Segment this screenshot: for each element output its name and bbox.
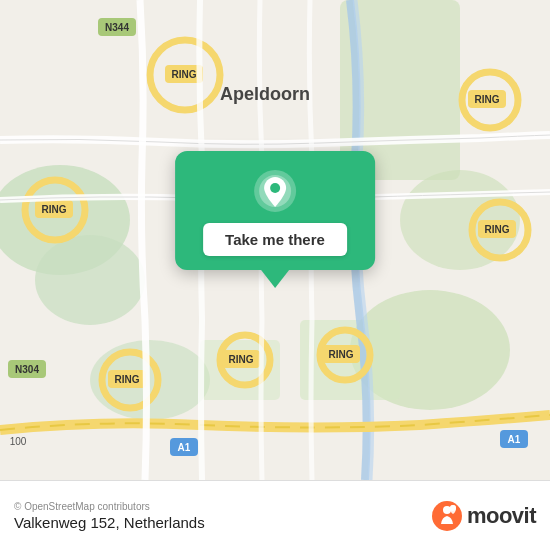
svg-text:A1: A1: [508, 434, 521, 445]
svg-point-42: [270, 183, 280, 193]
svg-point-2: [35, 235, 145, 325]
take-me-there-button[interactable]: Take me there: [203, 223, 347, 256]
svg-point-44: [443, 506, 451, 514]
svg-text:Apeldoorn: Apeldoorn: [220, 84, 310, 104]
popup-arrow: [261, 270, 289, 288]
moovit-logo: moovit: [431, 500, 536, 532]
svg-text:RING: RING: [329, 349, 354, 360]
location-pin-icon: [253, 169, 297, 213]
popup-card: Take me there: [175, 151, 375, 270]
footer: © OpenStreetMap contributors Valkenweg 1…: [0, 480, 550, 550]
location-popup: Take me there: [175, 151, 375, 288]
svg-text:N344: N344: [105, 22, 129, 33]
svg-text:RING: RING: [229, 354, 254, 365]
svg-text:N304: N304: [15, 364, 39, 375]
moovit-brand-name: moovit: [467, 503, 536, 529]
map: RING RING RING RING RING RING RING N344 …: [0, 0, 550, 480]
svg-text:RING: RING: [172, 69, 197, 80]
svg-text:RING: RING: [475, 94, 500, 105]
svg-text:RING: RING: [115, 374, 140, 385]
svg-text:RING: RING: [42, 204, 67, 215]
svg-text:A1: A1: [178, 442, 191, 453]
attribution-text: © OpenStreetMap contributors: [14, 501, 205, 512]
moovit-brand-icon: [431, 500, 463, 532]
svg-text:RING: RING: [485, 224, 510, 235]
footer-info: © OpenStreetMap contributors Valkenweg 1…: [14, 501, 205, 531]
address-text: Valkenweg 152, Netherlands: [14, 514, 205, 531]
svg-text:100: 100: [10, 436, 27, 447]
